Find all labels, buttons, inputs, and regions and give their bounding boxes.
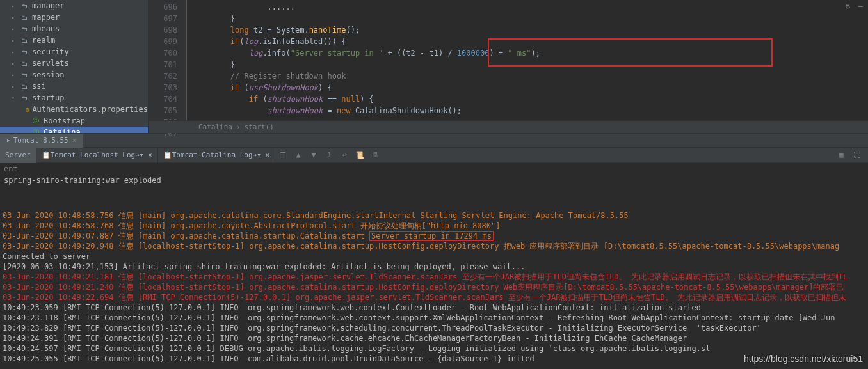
code-line-707[interactable]: shutdownHook = new CatalinaShutdownHook(… [193,105,868,116]
code-line-697[interactable]: } [193,13,868,24]
log-line: 10:49:23.118 [RMI TCP Connection(5)-127.… [3,313,865,323]
tab-catalina-log[interactable]: 📋 Tomcat Catalina Log →▾ × [158,148,275,163]
code-line-701[interactable]: log.info("Server startup in " + ((t2 - t… [193,47,868,59]
tree-item-session[interactable]: ▸🗀session [0,69,148,81]
breadcrumb-class[interactable]: Catalina [198,123,232,131]
code-editor[interactable]: 696697698699700701702703704705706707 ...… [149,0,868,133]
run-panel: ▸ Tomcat 8.5.55 × ⚙ — Server 📋 Tomcat Lo… [0,133,868,364]
tree-item-startup[interactable]: ▾🗀startup [0,92,148,104]
tomcat-icon: ▸ [6,136,11,145]
console-output[interactable]: 03-Jun-2020 10:48:58.756 信息 [main] org.a… [0,207,868,364]
tree-item-security[interactable]: ▸🗀security [0,46,148,58]
code-line-705[interactable]: if (useShutdownHook) { [193,82,868,93]
code-line-700[interactable]: if(log.isInfoEnabled()) { [193,36,868,47]
log-line: 10:49:23.059 [RMI TCP Connection(5)-127.… [3,302,865,313]
tree-item-manager[interactable]: ▸🗀manager [0,0,148,12]
tree-item-mbeans[interactable]: ▸🗀mbeans [0,23,148,35]
log-line: 10:49:25.055 [RMI TCP Connection(5)-127.… [3,354,865,364]
tree-item-Catalina[interactable]: ⒸCatalina [0,127,148,133]
log-line: 10:49:23.829 [RMI TCP Connection(5)-127.… [3,323,865,333]
run-tabs: ▸ Tomcat 8.5.55 × ⚙ — [0,134,868,148]
print-icon[interactable]: 🖶 [367,148,383,163]
status-line: ent [0,163,868,175]
log-line: 03-Jun-2020 10:49:21.240 信息 [localhost-s… [3,282,865,292]
log-line: 03-Jun-2020 10:48:58.768 信息 [main] org.a… [3,221,865,231]
tab-server[interactable]: Server [0,148,36,163]
export-icon[interactable]: ⤴ [321,148,337,163]
log-line: 03-Jun-2020 10:49:22.694 信息 [RMI TCP Con… [3,292,865,302]
artifact-line: spring-shiro-training:war exploded [0,175,868,186]
log-line: 03-Jun-2020 10:49:21.181 信息 [localhost-s… [3,272,865,282]
log-line: 10:49:24.391 [RMI TCP Connection(5)-127.… [3,333,865,343]
scroll-icon[interactable]: 📜 [352,148,367,163]
filter-icon[interactable]: ☰ [275,148,291,163]
gear-icon[interactable]: ⚙ [846,2,850,11]
code-line-704[interactable]: // Register shutdown hook [193,70,868,82]
up-icon[interactable]: ▲ [291,148,306,163]
tree-item-realm[interactable]: ▸🗀realm [0,35,148,46]
gutter: 696697698699700701702703704705706707 [149,0,187,133]
breadcrumb[interactable]: Catalina › start() [149,120,868,133]
code-line-696[interactable]: ...... [193,1,868,13]
log-line: Connected to server [3,251,865,262]
tree-item-Bootstrap[interactable]: ⒸBootstrap [0,115,148,127]
tree-item-ssi[interactable]: ▸🗀ssi [0,81,148,92]
breadcrumb-method[interactable]: start() [245,123,274,131]
run-tab-tomcat[interactable]: ▸ Tomcat 8.5.55 × [0,134,83,148]
tab-localhost-log[interactable]: 📋 Tomcat Localhost Log →▾ × [36,148,158,163]
log-line: 10:49:24.597 [RMI TCP Connection(5)-127.… [3,343,865,354]
tree-item-servlets[interactable]: ▸🗀servlets [0,58,148,69]
layout-icon[interactable]: ▦ [833,148,849,163]
log-line: 03-Jun-2020 10:48:58.756 信息 [main] org.a… [3,210,865,221]
code-line-699[interactable]: long t2 = System.nanoTime(); [193,24,868,36]
close-icon[interactable]: × [72,136,77,145]
minimize-icon[interactable]: — [858,2,863,11]
tree-item-mapper[interactable]: ▸🗀mapper [0,12,148,23]
watermark: https://blog.csdn.net/xiaorui51 [744,354,863,364]
expand-icon[interactable]: ⛶ [849,148,864,163]
log-line: 03-Jun-2020 10:49:07.887 信息 [main] org.a… [3,231,865,241]
code-area[interactable]: ...... } long t2 = System.nanoTime(); if… [187,0,868,133]
code-line-702[interactable]: } [193,59,868,70]
run-toolbar: Server 📋 Tomcat Localhost Log →▾ × 📋 Tom… [0,148,868,163]
wrap-icon[interactable]: ↩ [337,148,352,163]
down-icon[interactable]: ▼ [306,148,321,163]
project-tree[interactable]: ▸🗀manager▸🗀mapper▸🗀mbeans▸🗀realm▸🗀securi… [0,0,149,133]
code-line-706[interactable]: if (shutdownHook == null) { [193,93,868,105]
log-line: [2020-06-03 10:49:21,153] Artifact sprin… [3,262,865,272]
tree-item-Authenticators.properties[interactable]: ⚙Authenticators.properties [0,104,148,115]
log-line: 03-Jun-2020 10:49:20.948 信息 [localhost-s… [3,241,865,251]
